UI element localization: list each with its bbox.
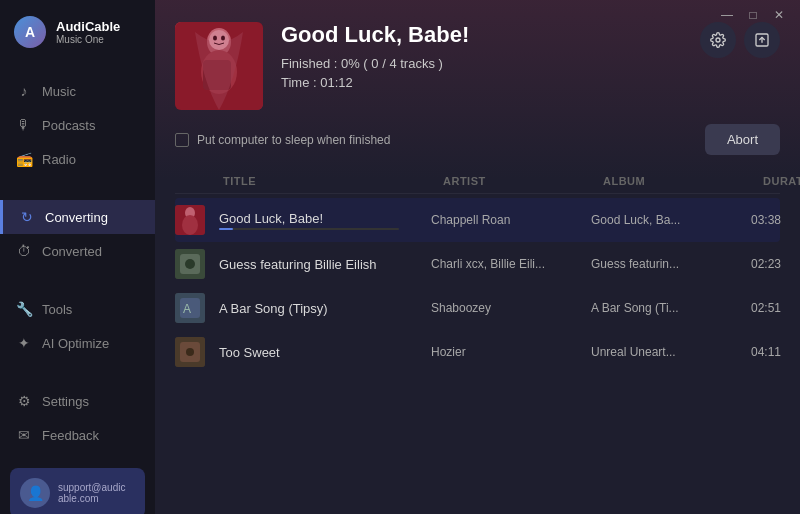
tools-icon: 🔧 [16,301,32,317]
sidebar-logo: A AudiCable Music One [0,0,155,68]
sidebar-item-podcasts[interactable]: 🎙 Podcasts [0,108,155,142]
svg-point-12 [182,215,198,235]
sleep-text: Put computer to sleep when finished [197,133,390,147]
table-row[interactable]: A A Bar Song (Tipsy) Shaboozey A Bar Son… [175,286,780,330]
sidebar-label-podcasts: Podcasts [42,118,95,133]
settings-icon: ⚙ [16,393,32,409]
col-title: TITLE [223,175,443,187]
music-icon: ♪ [16,83,32,99]
sidebar-label-radio: Radio [42,152,76,167]
col-duration: DURATION [763,175,800,187]
sleep-checkbox[interactable] [175,133,189,147]
feedback-icon: ✉ [16,427,32,443]
svg-point-4 [209,30,229,50]
sidebar-nav-misc: ⚙ Settings ✉ Feedback [0,378,155,458]
ai-icon: ✦ [16,335,32,351]
track-artist-3: Shaboozey [431,301,591,315]
sidebar-nav-top: ♪ Music 🎙 Podcasts 📻 Radio [0,68,155,182]
sidebar-label-ai: AI Optimize [42,336,109,351]
track-album-1: Good Luck, Ba... [591,213,751,227]
sidebar-item-converted[interactable]: ⏱ Converted [0,234,155,268]
app-subtitle: Music One [56,34,120,45]
progress-bar-1 [219,228,399,230]
sidebar-item-music[interactable]: ♪ Music [0,74,155,108]
track-thumbnail-2 [175,249,205,279]
sidebar-nav-convert: ↻ Converting ⏱ Converted [0,194,155,274]
track-thumbnail-4 [175,337,205,367]
table-row[interactable]: Guess featuring Billie Eilish Charli xcx… [175,242,780,286]
track-title-cell-2: Guess featuring Billie Eilish [211,257,431,272]
track-time: Time : 01:12 [281,75,682,90]
track-artist-2: Charli xcx, Billie Eili... [431,257,591,271]
track-artist-4: Hozier [431,345,591,359]
sidebar-label-tools: Tools [42,302,72,317]
app-logo-icon: A [14,16,46,48]
sidebar-item-tools[interactable]: 🔧 Tools [0,292,155,326]
close-button[interactable]: ✕ [772,8,786,22]
podcasts-icon: 🎙 [16,117,32,133]
track-table: TITLE ARTIST ALBUM DURATION Good Luck, B… [155,169,800,514]
sidebar-item-feedback[interactable]: ✉ Feedback [0,418,155,452]
sidebar-label-converting: Converting [45,210,108,225]
sidebar-bottom: 👤 support@audicable.com [0,458,155,514]
track-album-3: A Bar Song (Ti... [591,301,751,315]
sidebar-item-settings[interactable]: ⚙ Settings [0,384,155,418]
track-duration-2: 02:23 [751,257,800,271]
track-album-4: Unreal Uneart... [591,345,751,359]
minimize-button[interactable]: — [720,8,734,22]
track-title: Good Luck, Babe! [281,22,682,48]
table-header: TITLE ARTIST ALBUM DURATION [175,169,780,194]
track-title-cell-1: Good Luck, Babe! [211,211,431,230]
track-info: Good Luck, Babe! Finished : 0% ( 0 / 4 t… [281,22,682,94]
main-content: — □ ✕ [155,0,800,514]
radio-icon: 📻 [16,151,32,167]
album-art [175,22,263,110]
converted-icon: ⏱ [16,243,32,259]
track-duration-4: 04:11 [751,345,800,359]
svg-point-6 [221,36,225,41]
track-thumbnail-3: A [175,293,205,323]
album-art-visual [175,22,263,110]
col-album: ALBUM [603,175,763,187]
sidebar-item-ai-optimize[interactable]: ✦ AI Optimize [0,326,155,360]
sidebar: A AudiCable Music One ♪ Music 🎙 Podcasts… [0,0,155,514]
user-card[interactable]: 👤 support@audicable.com [10,468,145,514]
sidebar-nav-tools: 🔧 Tools ✦ AI Optimize [0,286,155,366]
progress-fill-1 [219,228,233,230]
abort-button[interactable]: Abort [705,124,780,155]
title-bar: — □ ✕ [706,0,800,30]
app-name: AudiCable [56,19,120,34]
svg-point-5 [213,36,217,41]
table-row[interactable]: Too Sweet Hozier Unreal Uneart... 04:11 [175,330,780,374]
svg-point-21 [186,348,194,356]
track-duration-3: 02:51 [751,301,800,315]
sidebar-item-converting[interactable]: ↻ Converting [0,200,155,234]
sidebar-item-radio[interactable]: 📻 Radio [0,142,155,176]
sleep-row: Put computer to sleep when finished Abor… [155,124,800,169]
sidebar-label-settings: Settings [42,394,89,409]
sidebar-label-music: Music [42,84,76,99]
user-avatar: 👤 [20,478,50,508]
track-thumbnail-1 [175,205,205,235]
col-artist: ARTIST [443,175,603,187]
top-section: Good Luck, Babe! Finished : 0% ( 0 / 4 t… [155,0,800,124]
sleep-label-container: Put computer to sleep when finished [175,133,390,147]
user-email: support@audicable.com [58,482,125,504]
sidebar-label-converted: Converted [42,244,102,259]
svg-point-15 [185,259,195,269]
track-finished: Finished : 0% ( 0 / 4 tracks ) [281,56,682,71]
track-title-cell-4: Too Sweet [211,345,431,360]
app-logo-text: AudiCable Music One [56,19,120,45]
track-album-2: Guess featurin... [591,257,751,271]
svg-text:A: A [183,302,191,316]
sidebar-label-feedback: Feedback [42,428,99,443]
track-title-cell-3: A Bar Song (Tipsy) [211,301,431,316]
maximize-button[interactable]: □ [746,8,760,22]
converting-icon: ↻ [19,209,35,225]
svg-point-7 [716,38,720,42]
table-row[interactable]: Good Luck, Babe! Chappell Roan Good Luck… [175,198,780,242]
app-container: A AudiCable Music One ♪ Music 🎙 Podcasts… [0,0,800,514]
track-artist-1: Chappell Roan [431,213,591,227]
track-duration-1: 03:38 [751,213,800,227]
